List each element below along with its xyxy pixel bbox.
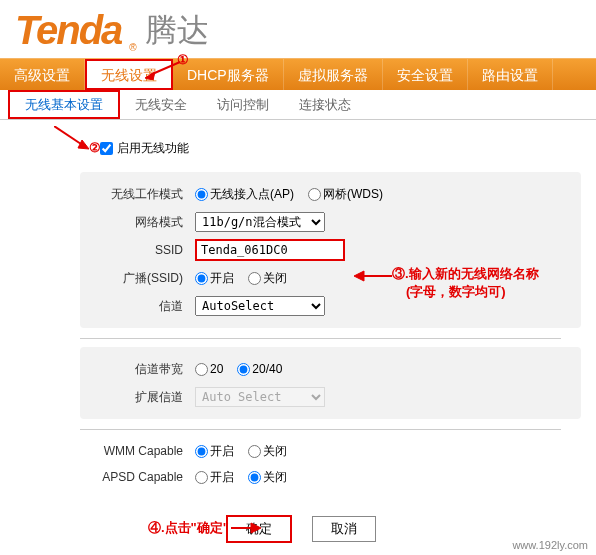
channel-width-2040[interactable]: 20/40 — [237, 362, 282, 376]
network-mode-label: 网络模式 — [90, 214, 195, 231]
work-mode-label: 无线工作模式 — [90, 186, 195, 203]
form-section-2: 信道带宽 20 20/40 扩展信道 Auto Select — [80, 347, 581, 419]
nav-routing[interactable]: 路由设置 — [468, 59, 553, 90]
logo-registered: ® — [129, 42, 136, 53]
content-area: 启用无线功能 无线工作模式 无线接入点(AP) 网桥(WDS) 网络模式 11b… — [0, 120, 596, 555]
divider-2 — [80, 429, 561, 430]
subnav-status[interactable]: 连接状态 — [284, 90, 366, 119]
ext-channel-select: Auto Select — [195, 387, 325, 407]
subnav-security[interactable]: 无线安全 — [120, 90, 202, 119]
wmm-row: WMM Capable 开启 关闭 — [80, 438, 581, 464]
work-mode-wds[interactable]: 网桥(WDS) — [308, 186, 383, 203]
logo-bar: Tenda® 腾达 — [0, 0, 596, 58]
logo-brand-en: Tenda — [15, 8, 121, 53]
channel-width-20[interactable]: 20 — [195, 362, 223, 376]
channel-label: 信道 — [90, 298, 195, 315]
nav-security[interactable]: 安全设置 — [383, 59, 468, 90]
nav-virtual-server[interactable]: 虚拟服务器 — [284, 59, 383, 90]
apsd-label: APSD Capable — [90, 470, 195, 484]
wmm-off[interactable]: 关闭 — [248, 443, 287, 460]
nav-dhcp[interactable]: DHCP服务器 — [173, 59, 284, 90]
main-nav: 高级设置 无线设置 DHCP服务器 虚拟服务器 安全设置 路由设置 — [0, 58, 596, 90]
subnav-basic[interactable]: 无线基本设置 — [8, 90, 120, 119]
form-section-1: 无线工作模式 无线接入点(AP) 网桥(WDS) 网络模式 11b/g/n混合模… — [80, 172, 581, 328]
nav-advanced[interactable]: 高级设置 — [0, 59, 85, 90]
nav-wireless[interactable]: 无线设置 — [85, 59, 173, 90]
channel-select[interactable]: AutoSelect — [195, 296, 325, 316]
watermark: www.192ly.com — [512, 539, 588, 551]
ssid-label: SSID — [90, 243, 195, 257]
ext-channel-label: 扩展信道 — [90, 389, 195, 406]
button-row: 确定 取消 — [20, 515, 581, 543]
wmm-label: WMM Capable — [90, 444, 195, 458]
logo-brand-cn: 腾达 — [145, 9, 209, 53]
apsd-on[interactable]: 开启 — [195, 469, 234, 486]
enable-wireless-checkbox[interactable] — [100, 142, 113, 155]
network-mode-select[interactable]: 11b/g/n混合模式 — [195, 212, 325, 232]
channel-width-label: 信道带宽 — [90, 361, 195, 378]
sub-nav: 无线基本设置 无线安全 访问控制 连接状态 — [0, 90, 596, 120]
wmm-on[interactable]: 开启 — [195, 443, 234, 460]
divider-1 — [80, 338, 561, 339]
apsd-off[interactable]: 关闭 — [248, 469, 287, 486]
broadcast-on[interactable]: 开启 — [195, 270, 234, 287]
cancel-button[interactable]: 取消 — [312, 516, 376, 542]
broadcast-label: 广播(SSID) — [90, 270, 195, 287]
subnav-access[interactable]: 访问控制 — [202, 90, 284, 119]
ok-button[interactable]: 确定 — [226, 515, 292, 543]
enable-wireless-label: 启用无线功能 — [117, 140, 189, 157]
broadcast-off[interactable]: 关闭 — [248, 270, 287, 287]
apsd-row: APSD Capable 开启 关闭 — [80, 464, 581, 490]
ssid-input[interactable] — [195, 239, 345, 261]
enable-wireless-row: 启用无线功能 — [100, 140, 581, 157]
work-mode-ap[interactable]: 无线接入点(AP) — [195, 186, 294, 203]
